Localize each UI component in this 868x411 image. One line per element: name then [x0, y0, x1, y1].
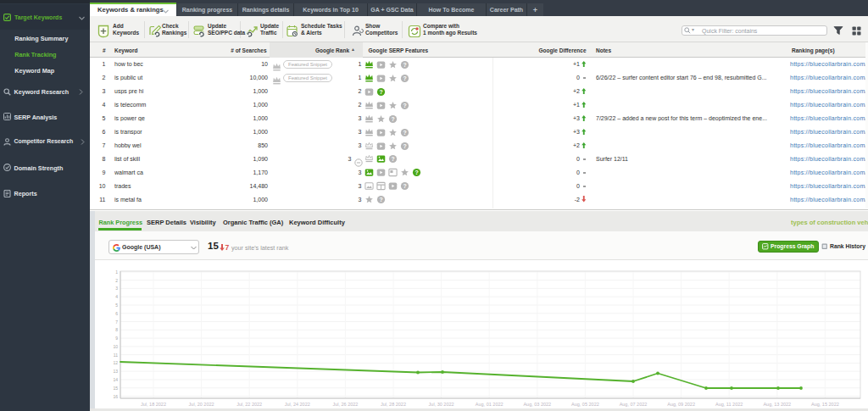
svg-text:Jul, 30 2022: Jul, 30 2022	[429, 402, 454, 407]
svg-text:Jul, 24 2022: Jul, 24 2022	[285, 402, 310, 407]
svg-text:13: 13	[113, 369, 118, 374]
svg-text:?: ?	[391, 115, 394, 121]
svg-text:?: ?	[391, 156, 394, 162]
svg-text:Aug, 09 2022: Aug, 09 2022	[667, 402, 695, 407]
svg-text:Jul, 28 2022: Jul, 28 2022	[381, 402, 406, 407]
svg-text:?: ?	[379, 197, 382, 203]
svg-text:Jul, 26 2022: Jul, 26 2022	[332, 402, 358, 407]
svg-text:3: 3	[115, 286, 118, 291]
svg-text:?: ?	[403, 102, 406, 108]
svg-text:?: ?	[403, 129, 406, 135]
svg-text:?: ?	[403, 75, 406, 81]
svg-text:9: 9	[115, 336, 118, 341]
svg-text:16: 16	[113, 394, 118, 399]
svg-text:6: 6	[115, 311, 118, 316]
svg-text:1: 1	[115, 269, 118, 275]
svg-text:2: 2	[115, 278, 118, 283]
svg-text:4: 4	[115, 294, 118, 299]
svg-text:?: ?	[379, 89, 382, 95]
svg-text:Jul, 20 2022: Jul, 20 2022	[189, 402, 214, 407]
svg-text:Aug, 05 2022: Aug, 05 2022	[571, 402, 599, 407]
svg-text:Aug, 13 2022: Aug, 13 2022	[763, 402, 791, 407]
svg-text:10: 10	[113, 344, 118, 349]
svg-text:Aug, 15 2022: Aug, 15 2022	[811, 402, 839, 407]
svg-text:?: ?	[403, 62, 406, 68]
svg-text:?: ?	[415, 169, 418, 175]
svg-text:5: 5	[115, 303, 118, 308]
svg-text:Jul, 18 2022: Jul, 18 2022	[141, 402, 166, 407]
svg-text:15: 15	[113, 386, 118, 391]
svg-text:14: 14	[113, 377, 118, 382]
svg-text:12: 12	[113, 360, 118, 365]
svg-text:Aug, 01 2022: Aug, 01 2022	[476, 402, 504, 407]
svg-text:?: ?	[403, 142, 406, 148]
svg-text:11: 11	[114, 353, 118, 358]
svg-text:Jul, 22 2022: Jul, 22 2022	[236, 402, 262, 407]
svg-text:7: 7	[115, 319, 118, 325]
svg-text:8: 8	[115, 327, 118, 332]
svg-text:Aug, 03 2022: Aug, 03 2022	[523, 402, 551, 407]
svg-text:?: ?	[403, 183, 406, 189]
svg-text:Aug, 11 2022: Aug, 11 2022	[715, 402, 743, 407]
svg-text:Aug, 07 2022: Aug, 07 2022	[620, 402, 648, 407]
